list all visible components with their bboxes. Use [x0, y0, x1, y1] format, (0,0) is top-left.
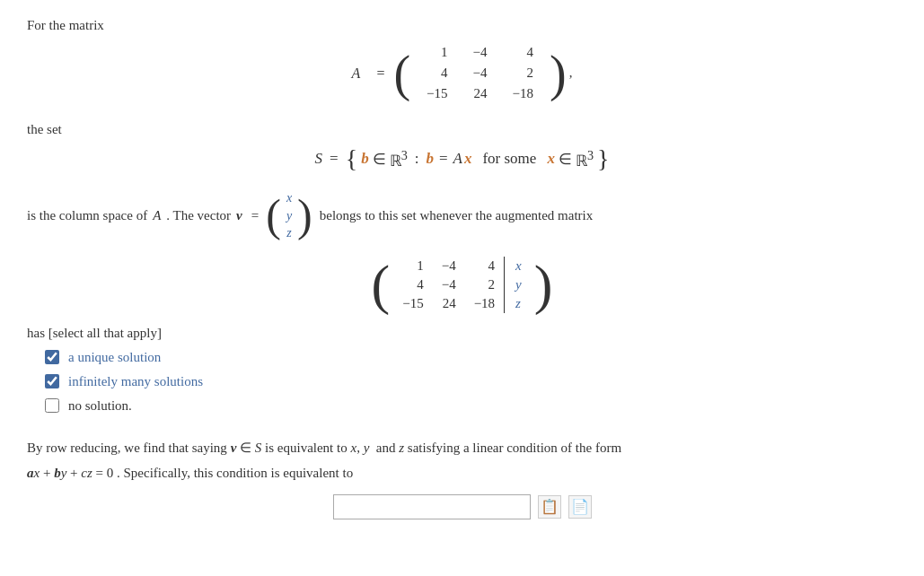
- A-colspace: A: [153, 208, 161, 223]
- set-label: the set: [27, 122, 897, 137]
- checkbox-unique-solution[interactable]: [45, 350, 59, 364]
- v-y: y: [286, 207, 292, 225]
- element-of: ∈: [373, 150, 386, 169]
- aug-3-1: −15: [393, 294, 432, 313]
- matrix-equals: =: [376, 65, 384, 82]
- matrix-a-wrapper: ( 1 −4 4 4 −4 2 −15 24 −18 ): [393, 42, 566, 104]
- paste-button[interactable]: 📄: [568, 495, 592, 519]
- checkbox-infinitely-many[interactable]: [45, 374, 59, 388]
- open-brace: {: [346, 146, 357, 171]
- cell-2-3: 2: [500, 63, 546, 83]
- bottom-line-2: ax + by + cz = 0 . Specifically, this co…: [27, 462, 835, 484]
- v-z: z: [286, 224, 291, 242]
- v-paren-left: (: [266, 193, 281, 238]
- close-brace: }: [597, 146, 609, 171]
- aug-paren-right: ): [534, 257, 553, 312]
- period-text: . The vector: [166, 208, 231, 223]
- column-space-line: is the column space of A . The vector v …: [27, 188, 897, 244]
- aug-1-var: x: [505, 257, 531, 275]
- cell-1-3: 4: [500, 42, 546, 63]
- bottom-text-section: By row reducing, we find that saying v ∈…: [27, 437, 835, 484]
- belongs-text: belongs to this set whenever the augment…: [320, 208, 594, 223]
- matrix-paren-left: (: [393, 48, 410, 99]
- aug-row-1: 1 −4 4 x: [393, 257, 531, 275]
- answer-input-row: 📋 📄: [27, 494, 897, 519]
- aug-table: 1 −4 4 x 4 −4 2 y −15 24 −18 z: [393, 257, 531, 313]
- matrix-a-label: A: [352, 65, 361, 82]
- aug-1-3: 4: [465, 257, 505, 275]
- checkbox-option-3: no solution.: [45, 398, 897, 414]
- matrix-row-1: 1 −4 4: [414, 42, 546, 63]
- equals-v: =: [251, 208, 259, 223]
- cell-3-1: −15: [414, 83, 460, 104]
- bold-b: b: [361, 150, 369, 168]
- matrix-row-2: 4 −4 2: [414, 63, 546, 83]
- R3-symbol: ℝ3: [390, 148, 408, 170]
- matrix-paren-right: ): [550, 48, 567, 99]
- equals-b: =: [439, 150, 448, 168]
- superscript-3: 3: [401, 148, 408, 162]
- aug-2-2: −4: [433, 275, 465, 294]
- aug-row-3: −15 24 −18 z: [393, 294, 531, 313]
- v-entries: x y z: [281, 188, 297, 244]
- v-paren-right: ): [297, 193, 312, 238]
- set-formula-section: S = { b ∈ ℝ3 : b = A x for some x ∈ ℝ3 }: [27, 146, 897, 171]
- checkbox-no-solution[interactable]: [45, 398, 59, 413]
- aug-1-2: −4: [433, 257, 465, 275]
- aug-3-2: 24: [433, 294, 465, 313]
- cell-2-1: 4: [414, 63, 460, 83]
- R3-symbol-2: ℝ3: [576, 148, 594, 170]
- aug-2-1: 4: [393, 275, 432, 294]
- bold-x: x: [464, 150, 472, 168]
- answer-input-field[interactable]: [333, 494, 531, 519]
- aug-2-3: 2: [465, 275, 505, 294]
- for-some-text: for some: [482, 150, 536, 168]
- copy-button[interactable]: 📋: [538, 495, 561, 519]
- label-no-solution: no solution.: [68, 398, 132, 414]
- A-italic: A: [453, 150, 462, 168]
- matrix-a-section: A = ( 1 −4 4 4 −4 2 −15 24 −18 ) ,: [27, 42, 897, 104]
- colon: :: [415, 150, 419, 168]
- bold-x2: x: [547, 150, 555, 168]
- aug-1-1: 1: [393, 257, 432, 275]
- aug-2-var: y: [505, 275, 531, 294]
- has-text: has [select all that apply]: [27, 326, 897, 341]
- vector-v-wrapper: ( x y z ): [266, 188, 312, 244]
- label-infinitely-many: infinitely many solutions: [68, 374, 203, 389]
- cell-1-2: −4: [461, 42, 500, 63]
- label-unique-solution: a unique solution: [68, 350, 161, 365]
- matrix-row-3: −15 24 −18: [414, 83, 546, 104]
- aug-3-var: z: [505, 294, 531, 313]
- is-text: is the column space of: [27, 208, 147, 223]
- cell-3-2: 24: [461, 83, 500, 104]
- S-italic: S: [315, 150, 323, 168]
- element-of-2: ∈: [559, 150, 572, 169]
- intro-text: For the matrix: [27, 18, 897, 33]
- aug-row-2: 4 −4 2 y: [393, 275, 531, 294]
- cell-3-3: −18: [500, 83, 546, 104]
- checkbox-option-2: infinitely many solutions: [45, 374, 897, 389]
- equals-sign: =: [330, 150, 339, 168]
- bold-b2: b: [426, 150, 434, 168]
- cell-1-1: 1: [414, 42, 460, 63]
- checkbox-option-1: a unique solution: [45, 350, 897, 365]
- v-bold: v: [236, 208, 242, 223]
- aug-wrapper: ( 1 −4 4 x 4 −4 2 y −15 24 −18 z ): [372, 257, 553, 313]
- bottom-line-1: By row reducing, we find that saying v ∈…: [27, 437, 835, 458]
- superscript-3-2: 3: [587, 148, 594, 162]
- aug-paren-left: (: [372, 257, 391, 312]
- matrix-comma: ,: [569, 65, 573, 81]
- matrix-a-table: 1 −4 4 4 −4 2 −15 24 −18: [414, 42, 546, 104]
- v-x: x: [286, 189, 292, 207]
- aug-3-3: −18: [465, 294, 505, 313]
- augmented-matrix-section: ( 1 −4 4 x 4 −4 2 y −15 24 −18 z ): [27, 257, 897, 313]
- cell-2-2: −4: [461, 63, 500, 83]
